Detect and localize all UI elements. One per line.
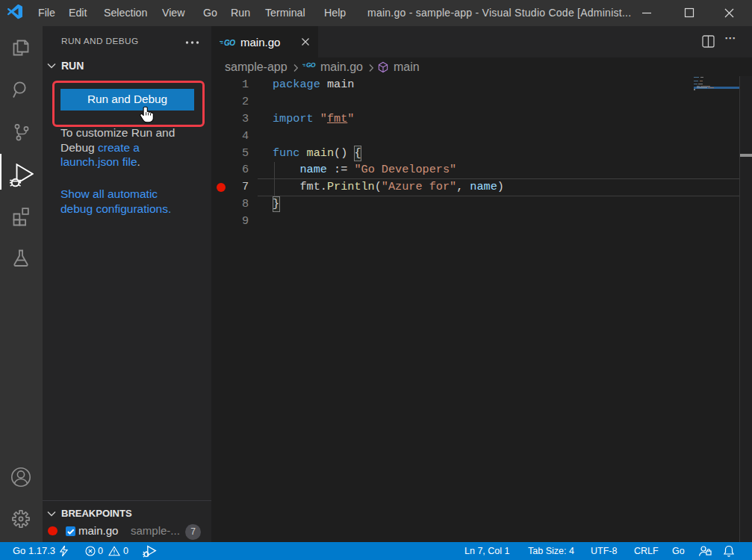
svg-text:GO: GO bbox=[224, 39, 235, 47]
svg-text:GO: GO bbox=[306, 61, 316, 69]
